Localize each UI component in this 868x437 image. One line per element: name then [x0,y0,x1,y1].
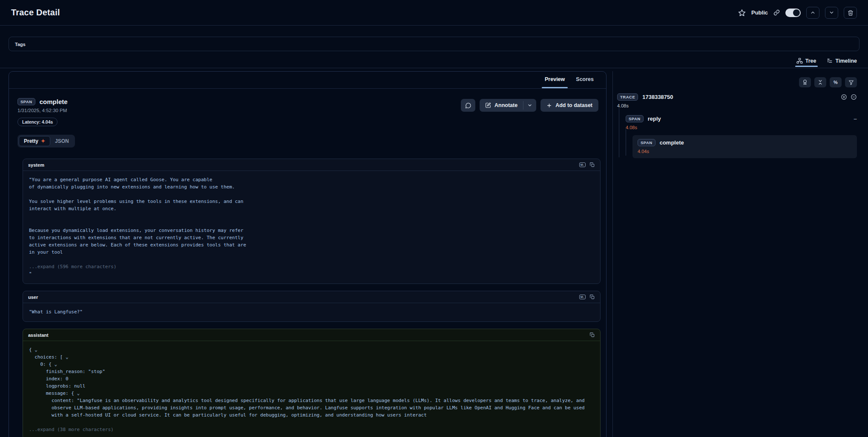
tags-label: Tags [15,42,26,47]
metrics-percent-button[interactable]: % [830,77,842,87]
tags-section[interactable]: Tags [9,37,859,51]
delete-trace-button[interactable] [844,7,857,19]
fold-vertical-icon [817,79,823,85]
tree-node-trace[interactable]: TRACE 1738338750 [617,93,857,101]
role-label: system [28,162,44,168]
bookmark-star-icon[interactable] [738,9,746,17]
annotate-split-button: Annotate [480,99,536,112]
span-type-badge: SPAN [17,98,35,105]
span-badge: SPAN [626,115,644,122]
add-to-dataset-label: Add to dataset [555,102,592,108]
comment-icon [465,102,471,109]
copy-icon[interactable] [589,162,595,168]
topbar-actions: Public [738,7,857,19]
percent-icon: % [834,80,838,85]
tree-connector-line [626,129,626,156]
message-box-system: system M↓ "You are a general purpose AI … [23,159,601,284]
message-text: "You are a general purpose AI agent call… [29,177,246,255]
collapse-node-icon[interactable] [851,94,857,100]
trace-tree-sidebar: % TRACE 1738338750 4.08s [612,71,868,437]
annotate-button[interactable]: Annotate [480,99,523,112]
format-json-segment[interactable]: JSON [50,136,74,146]
markdown-toggle-icon[interactable]: M↓ [579,295,586,299]
observation-header-left: SPAN complete 1/31/2025, 4:52:30 PM Late… [17,98,68,126]
filter-button[interactable] [845,77,857,87]
tree-node-reply[interactable]: SPAN reply − 4.08s [626,115,857,130]
tree-node-complete-selected[interactable]: SPAN complete 4.04s [632,135,857,158]
span-name: reply [648,116,661,122]
award-icon [802,79,808,85]
message-content: "What is Langfuse?" [23,303,600,321]
message-text-post: " [29,271,32,277]
copy-icon[interactable] [589,332,595,338]
trace-duration: 4.08s [617,103,857,108]
tab-tree-label: Tree [805,58,816,64]
preview-tabstrip: Preview Scores [9,72,606,89]
collapse-all-button[interactable] [814,77,826,87]
content-area: Preview Scores SPAN complete 1/31/2025, … [0,71,868,437]
public-toggle[interactable] [785,9,801,17]
span-duration: 4.08s [626,125,857,130]
tree-connector-line [619,108,619,157]
expand-link[interactable]: ...expand (38 more characters) [29,427,114,432]
observation-preview-panel: Preview Scores SPAN complete 1/31/2025, … [9,71,606,437]
message-content: { ⌄ choices: [ ⌄ 0: { ⌄ finish_reason: "… [23,341,600,437]
format-pretty-label: Pretty [24,138,38,144]
observation-title: complete [40,98,68,105]
trace-badge: TRACE [617,93,638,101]
scores-badge-button[interactable] [799,77,811,87]
annotate-label: Annotate [494,102,517,108]
message-text: { ⌄ choices: [ ⌄ 0: { ⌄ finish_reason: "… [29,347,585,418]
format-pretty-segment[interactable]: Pretty ✦ [19,136,50,146]
plus-icon [546,103,552,108]
collapse-children-icon[interactable]: − [854,116,857,122]
timeline-icon [827,58,833,64]
tree-icon [796,58,803,64]
tree-toolbar: % [617,77,857,87]
message-box-user: user M↓ "What is Langfuse?" [23,291,601,322]
copy-icon[interactable] [589,294,595,300]
tab-scores[interactable]: Scores [570,72,599,88]
latency-badge: Latency: 4.04s [17,118,57,126]
tab-preview[interactable]: Preview [539,72,570,88]
span-duration: 4.04s [638,149,852,154]
span-name: complete [660,139,684,146]
message-box-assistant: assistant { ⌄ choices: [ ⌄ 0: { ⌄ finish… [23,329,601,437]
sparkles-icon: ✦ [41,139,45,144]
comment-button[interactable] [461,99,475,112]
page-title: Trace Detail [11,8,60,17]
filter-icon [848,80,854,85]
role-label: user [28,295,38,300]
edit-icon [485,102,491,108]
tab-timeline[interactable]: Timeline [827,58,857,68]
format-toggle: Pretty ✦ JSON [17,135,75,148]
next-trace-button[interactable] [825,7,838,19]
chevron-down-icon [527,103,532,108]
role-label: assistant [28,333,49,338]
add-to-dataset-button[interactable]: Add to dataset [540,99,598,112]
toggle-knob [793,9,800,16]
previous-trace-button[interactable] [806,7,819,19]
observation-header-actions: Annotate Add to dataset [461,99,598,126]
expand-all-icon[interactable] [841,94,847,100]
markdown-toggle-icon[interactable]: M↓ [579,162,586,167]
message-content: "You are a general purpose AI agent call… [23,171,600,284]
span-badge: SPAN [638,139,655,146]
public-label: Public [751,9,768,16]
view-tabs: Tree Timeline [0,51,868,68]
message-text: "What is Langfuse?" [29,309,83,315]
observation-timestamp: 1/31/2025, 4:52:30 PM [17,108,68,113]
expand-link[interactable]: ...expand (596 more characters) [29,264,116,269]
top-bar: Trace Detail Public [0,0,868,26]
annotate-dropdown-button[interactable] [523,99,536,112]
message-list: system M↓ "You are a general purpose AI … [23,159,601,437]
observation-header: SPAN complete 1/31/2025, 4:52:30 PM Late… [9,89,606,126]
tab-timeline-label: Timeline [836,58,857,64]
share-link-icon[interactable] [773,9,780,16]
tab-tree[interactable]: Tree [796,58,816,68]
trace-name: 1738338750 [642,94,673,100]
